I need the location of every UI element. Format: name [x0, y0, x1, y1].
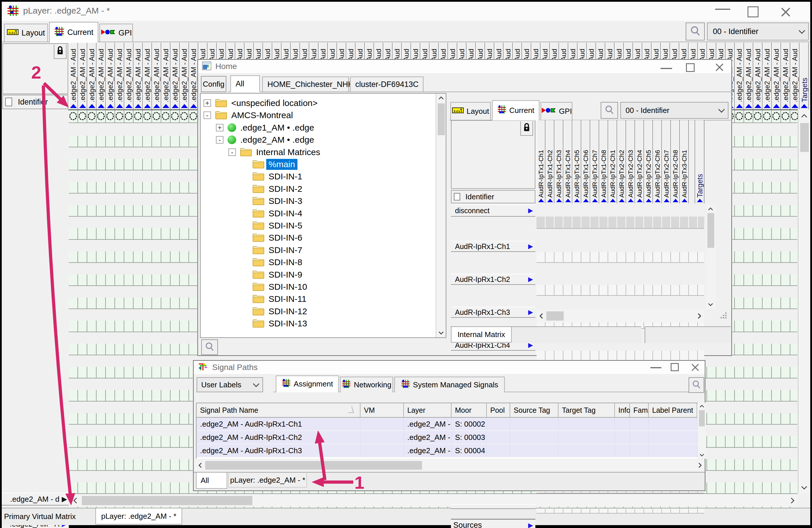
matrix-column-header[interactable]: .edge2_AM - AudR: [735, 43, 744, 109]
inner-vscrollbar[interactable]: [706, 205, 716, 309]
inner-identifier-dropdown[interactable]: 00 - Identifier: [620, 102, 728, 119]
sp-hscrollbar[interactable]: [195, 460, 705, 471]
matrix-column-header[interactable]: .edge2_AM - AudR: [143, 43, 152, 109]
crosspoint-circle[interactable]: [735, 112, 743, 120]
scroll-right-icon[interactable]: [789, 496, 796, 506]
inner-grid-row[interactable]: [537, 217, 704, 229]
matrix-vscrollbar[interactable]: [798, 110, 810, 493]
matrix-column-header[interactable]: .edge2_AM - AudR: [78, 43, 87, 109]
inner-column-header[interactable]: AudR-IpTx2-Ch6: [653, 120, 662, 203]
sp-vscrollbar[interactable]: [698, 403, 706, 459]
identifier-checkbox[interactable]: [5, 97, 12, 106]
home-maximize-icon[interactable]: [686, 63, 695, 72]
crosspoint-circle[interactable]: [791, 112, 798, 120]
sp-tab-networking[interactable]: Networking: [340, 377, 393, 392]
table-row[interactable]: .edge2_AM - AudR-IpRx1-Ch1.edge2_AM - *S…: [197, 418, 698, 431]
sp-minimize-icon[interactable]: [650, 367, 662, 368]
maximize-icon[interactable]: [748, 6, 758, 17]
tab-layout[interactable]: Layout: [4, 24, 48, 42]
table-column-header[interactable]: Source Tag: [510, 403, 559, 418]
inner-search-button[interactable]: [601, 102, 618, 119]
crosspoint-circle[interactable]: [78, 112, 86, 120]
scroll-up-icon[interactable]: [800, 112, 809, 121]
tab-gpi[interactable]: GPI: [99, 24, 133, 42]
crosspoint-circle[interactable]: [745, 112, 752, 120]
tree-scroll-thumb[interactable]: [438, 103, 445, 135]
vscroll-thumb[interactable]: [699, 410, 705, 426]
matrix-column-header[interactable]: .edge2_AM - AudR: [124, 43, 133, 109]
tree-item[interactable]: SDI-IN-10: [241, 281, 307, 293]
tree-item[interactable]: SDI-IN-9: [241, 269, 302, 281]
crosspoint-circle[interactable]: [171, 112, 179, 120]
inner-column-header[interactable]: AudR-IpTx2-Ch7: [662, 120, 671, 203]
identifier-dropdown[interactable]: 00 - Identifier: [707, 22, 809, 41]
matrix-column-header[interactable]: .edge2_AM - AudR: [115, 43, 124, 109]
crosspoint-circle[interactable]: [180, 112, 188, 120]
inner-column-header[interactable]: AudR-IpTx1-Ch4: [563, 120, 572, 203]
table-column-header[interactable]: Fam.: [630, 403, 649, 418]
inner-column-header[interactable]: AudR-IpTx2-Ch4: [635, 120, 644, 203]
inner-column-header[interactable]: AudR-IpTx2-Ch2: [617, 120, 626, 203]
inner-column-header[interactable]: AudR-IpTx2-Ch1: [608, 120, 617, 203]
table-column-header[interactable]: Signal Path Name: [197, 403, 361, 418]
config-button[interactable]: Config: [201, 76, 226, 92]
tree-item[interactable]: SDI-IN-7: [241, 244, 302, 256]
tab-current[interactable]: Current: [49, 22, 98, 43]
scroll-down-icon[interactable]: [800, 484, 809, 492]
row-expand-icon[interactable]: ▶: [528, 207, 533, 214]
matrix-column-header[interactable]: .edge2_AM - AudR: [133, 43, 143, 109]
sp-bottom-tab-all[interactable]: All: [196, 472, 227, 489]
tree-expander[interactable]: -: [203, 111, 211, 119]
inner-column-header[interactable]: AudR-IpTx3-Ch1: [680, 120, 689, 203]
crosspoint-circle[interactable]: [88, 112, 96, 120]
inner-tab-current[interactable]: Current: [492, 100, 539, 120]
inner-column-header-partial[interactable]: [689, 120, 695, 203]
inner-row-header[interactable]: AudR-IpRx1-Ch3▶: [451, 307, 535, 318]
inner-column-header-targets[interactable]: Targets: [695, 120, 705, 203]
matrix-hscrollbar[interactable]: [70, 495, 797, 507]
matrix-column-header[interactable]: .edge2_AM - AudR: [790, 43, 800, 109]
tree-expander[interactable]: +: [216, 124, 223, 132]
hscroll-thumb[interactable]: [205, 461, 422, 470]
tree-item[interactable]: SDI-IN-8: [241, 256, 302, 268]
matrix-column-header[interactable]: .edge2_AM - AudR: [763, 43, 772, 109]
search-button[interactable]: [686, 22, 705, 41]
inner-grid-row[interactable]: [537, 285, 704, 296]
home-minimize-icon[interactable]: [661, 68, 672, 69]
tree-expander[interactable]: +: [203, 99, 211, 107]
tree-item[interactable]: SDI-IN-1: [241, 170, 302, 183]
sp-tab-sms[interactable]: System Managed Signals: [394, 377, 505, 392]
sp-tab-assignment[interactable]: Assignment: [276, 376, 339, 392]
table-column-header[interactable]: Info: [615, 403, 630, 418]
tree-vscrollbar[interactable]: [436, 94, 446, 337]
crosspoint-circle[interactable]: [190, 112, 197, 120]
inner-sources-row[interactable]: Sources▶: [451, 519, 535, 528]
inner-row-header[interactable]: disconnect▶: [451, 205, 535, 217]
inner-column-header[interactable]: AudR-IpTx1-Ch2: [546, 120, 554, 203]
crosspoint-circle[interactable]: [772, 112, 780, 120]
inner-row-header[interactable]: AudR-IpRx1-Ch1▶: [451, 241, 535, 252]
tree-item[interactable]: %main: [241, 158, 298, 170]
scroll-left-icon[interactable]: [72, 496, 79, 506]
tree-item[interactable]: -Internal Matrices: [228, 146, 320, 158]
inner-column-header[interactable]: AudR-IpTx1-Ch7: [590, 120, 599, 203]
inner-tab-layout[interactable]: Layout: [450, 102, 491, 120]
matrix-column-header[interactable]: .edge2_AM - AudR: [97, 43, 106, 109]
matrix-column-header[interactable]: .edge2_AM - AudR: [161, 43, 171, 109]
tree-item[interactable]: SDI-IN-2: [241, 183, 302, 195]
table-column-header[interactable]: Layer: [404, 403, 451, 418]
table-column-header[interactable]: Moor: [451, 403, 487, 418]
matrix-row-header[interactable]: .edge2_AM - d▶: [2, 493, 69, 506]
crosspoint-circle[interactable]: [125, 112, 132, 120]
inner-column-header[interactable]: AudR-IpTx1-Ch8: [599, 120, 608, 203]
tree-item[interactable]: -AMCS-Montreal: [203, 109, 293, 121]
row-expand-icon[interactable]: ▶: [528, 243, 533, 250]
table-row[interactable]: .edge2_AM - AudR-IpRx1-Ch3.edge2_AM - *S…: [197, 444, 698, 457]
inner-column-header[interactable]: AudR-IpTx1-Ch6: [581, 120, 590, 203]
tree-item[interactable]: SDI-IN-11: [241, 293, 306, 305]
tree-item[interactable]: SDI-IN-4: [241, 207, 302, 220]
crosspoint-circle[interactable]: [143, 112, 151, 120]
vscroll-thumb[interactable]: [800, 123, 809, 152]
inner-column-header[interactable]: AudR-IpTx2-Ch3: [626, 120, 635, 203]
home-tab-chichester[interactable]: HOME_Chichester_NHK: [262, 77, 349, 92]
